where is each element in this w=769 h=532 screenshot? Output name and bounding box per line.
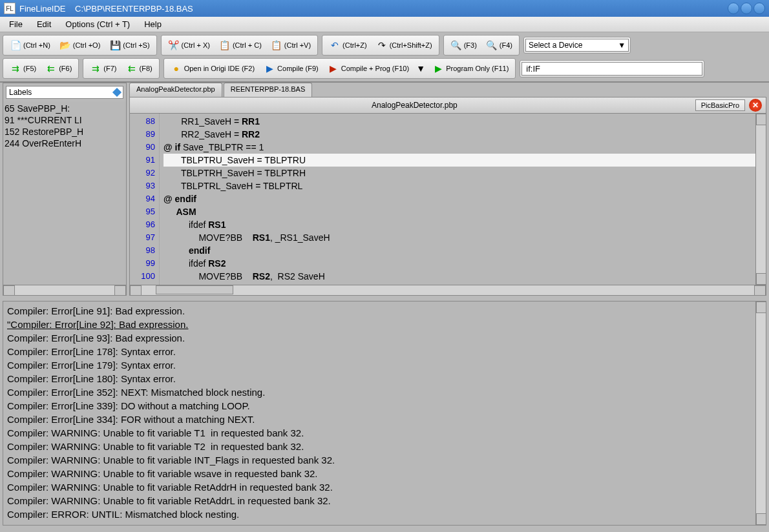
app-icon: FL [4, 3, 16, 14]
output-line: Compiler: Error[Line 178]: Syntax error. [7, 345, 752, 358]
device-select[interactable]: Select a Device ▼ [525, 39, 629, 52]
redo-button[interactable]: ↷(Ctrl+Shift+Z) [373, 37, 436, 53]
output-line: Compiler: Error[Line 339]: DO without a … [7, 399, 752, 413]
step-icon: ⇇ [45, 63, 57, 74]
labels-combo[interactable]: Labels [6, 86, 123, 99]
menubar: File Edit Options (Ctrl + T) Help [0, 17, 769, 32]
open-folder-icon: 📂 [59, 39, 71, 51]
circle-yellow-icon: ● [171, 63, 182, 74]
output-line: Compiler: Error[Line 180]: Syntax error. [7, 372, 752, 385]
list-item[interactable]: 152 RestorePBP_H [5, 126, 125, 138]
redo-icon: ↷ [376, 39, 388, 51]
output-line: Compiler: WARNING: Unable to fit variabl… [7, 494, 752, 507]
close-window-button[interactable] [753, 3, 765, 14]
findnext-button[interactable]: 🔍(F4) [483, 37, 516, 53]
magnifier-next-icon: 🔍 [486, 39, 498, 51]
copy-icon: 📋 [219, 39, 231, 51]
editor-area: AnalogPeakDetector.pbp REENTERPBP-18.BAS… [129, 83, 766, 296]
titlebar: FL FineLineIDE C:\PBP\REENTERPBP-18.BAS [0, 0, 769, 17]
side-panel: Labels 65 SavePBP_H: 91 ***CURRENT LI 15… [3, 83, 127, 296]
chevron-down-icon: ▼ [618, 41, 626, 50]
open-ide-button[interactable]: ●Open in Origi IDE (F2) [167, 61, 258, 76]
diamond-icon [112, 88, 121, 97]
list-item[interactable]: 244 OverReEnterH [5, 138, 125, 149]
menu-edit[interactable]: Edit [30, 18, 58, 30]
device-select-label: Select a Device [529, 41, 582, 50]
list-item[interactable]: 91 ***CURRENT LI [5, 114, 125, 126]
labels-combo-text: Labels [9, 88, 32, 97]
output-line: Compiler: ERROR: UNTIL: Mismatched block… [7, 507, 752, 521]
output-line: Compiler: WARNING: Unable to fit variabl… [7, 480, 752, 494]
play-green-icon: ▶ [432, 63, 444, 74]
close-x-icon: ✕ [752, 101, 759, 110]
menu-file[interactable]: File [3, 18, 29, 30]
minimize-button[interactable] [728, 3, 739, 14]
dropdown-arrow-icon[interactable]: ▼ [415, 63, 427, 74]
program-only-button[interactable]: ▶Program Only (F11) [429, 61, 512, 76]
find-button[interactable]: 🔍(F3) [447, 37, 480, 53]
output-line: Compiler: Error[Line 352]: NEXT: Mismatc… [7, 385, 752, 399]
menu-options[interactable]: Options (Ctrl + T) [59, 18, 136, 30]
copy-button[interactable]: 📋(Ctrl + C) [216, 37, 265, 53]
tab-analogpeak[interactable]: AnalogPeakDetector.pbp [129, 83, 222, 97]
output-line: Compiler: WARNING: Unable to fit variabl… [7, 453, 752, 467]
output-line: Compiler: Error[Line 179]: Syntax error. [7, 358, 752, 372]
step-button-f5[interactable]: ⇉(F5) [6, 61, 39, 76]
step-icon: ⇉ [10, 63, 21, 74]
new-file-icon: 📄 [10, 39, 21, 51]
output-line: Compiler: WARNING: Unable to fit variabl… [7, 426, 752, 440]
step-button-f8[interactable]: ⇇(F8) [123, 61, 156, 76]
step-button-f6[interactable]: ⇇(F6) [42, 61, 75, 76]
list-item[interactable]: 65 SavePBP_H: [5, 103, 125, 114]
save-disk-icon: 💾 [109, 39, 121, 51]
output-line: Compiler: Error[Line 91]: Bad expression… [7, 304, 752, 318]
side-horizontal-scrollbar[interactable] [3, 285, 126, 295]
step-button-f7[interactable]: ⇉(F7) [87, 61, 120, 76]
editor-vertical-scrollbar[interactable] [755, 114, 766, 285]
paste-button[interactable]: 📋(Ctrl +V) [268, 37, 314, 53]
if-textbox[interactable]: if:IF [521, 62, 702, 76]
language-button[interactable]: PicBasicPro [695, 99, 745, 111]
output-line: Compiler: WARNING: Unable to fit variabl… [7, 440, 752, 453]
menu-help[interactable]: Help [138, 18, 168, 30]
new-button[interactable]: 📄(Ctrl +N) [6, 37, 54, 53]
open-button[interactable]: 📂(Ctrl +O) [56, 37, 103, 53]
tab-reenterpbp[interactable]: REENTERPBP-18.BAS [224, 83, 313, 97]
line-gutter: 888990919293949596979899100 [130, 114, 160, 285]
undo-button[interactable]: ↶(Ctrl+Z) [326, 37, 370, 53]
compile-button[interactable]: ▶Compile (F9) [260, 61, 322, 76]
toolbar-area: 📄(Ctrl +N) 📂(Ctrl +O) 💾(Ctrl +S) ✂️(Ctrl… [0, 32, 769, 83]
step-icon: ⇇ [126, 63, 138, 74]
maximize-button[interactable] [741, 3, 752, 14]
step-icon: ⇉ [90, 63, 101, 74]
play-blue-icon: ▶ [264, 63, 275, 74]
compile-prog-button[interactable]: ▶Compile + Prog (F10) [324, 61, 412, 76]
output-line: Compiler: Error[Line 93]: Bad expression… [7, 331, 752, 345]
output-vertical-scrollbar[interactable] [755, 302, 766, 525]
compiler-output[interactable]: Compiler: Error[Line 91]: Bad expression… [3, 302, 755, 525]
window-title: FineLineIDE C:\PBP\REENTERPBP-18.BAS [19, 4, 193, 14]
close-editor-button[interactable]: ✕ [749, 99, 762, 112]
output-panel: Compiler: Error[Line 91]: Bad expression… [3, 301, 766, 526]
save-button[interactable]: 💾(Ctrl +S) [106, 37, 153, 53]
scissors-icon: ✂️ [168, 39, 180, 51]
code-editor[interactable]: RR1_SaveH = RR1 RR2_SaveH = RR2 @ if Sav… [160, 114, 755, 285]
output-line: "Compiler: Error[Line 92]: Bad expressio… [7, 318, 752, 331]
editor-horizontal-scrollbar[interactable] [129, 285, 766, 296]
editor-filename: AnalogPeakDetector.pbp [134, 101, 695, 110]
output-line: Compiler: Error[Line 334]: FOR without a… [7, 413, 752, 426]
paste-icon: 📋 [271, 39, 282, 51]
cut-button[interactable]: ✂️(Ctrl + X) [165, 37, 213, 53]
output-line: Compiler: WARNING: Unable to fit variabl… [7, 467, 752, 480]
labels-list[interactable]: 65 SavePBP_H: 91 ***CURRENT LI 152 Resto… [3, 101, 126, 285]
play-red-icon: ▶ [328, 63, 339, 74]
undo-icon: ↶ [329, 39, 341, 51]
editor-header: AnalogPeakDetector.pbp PicBasicPro ✕ [129, 97, 766, 114]
magnifier-icon: 🔍 [450, 39, 462, 51]
scrollbar-thumb[interactable] [156, 285, 233, 294]
